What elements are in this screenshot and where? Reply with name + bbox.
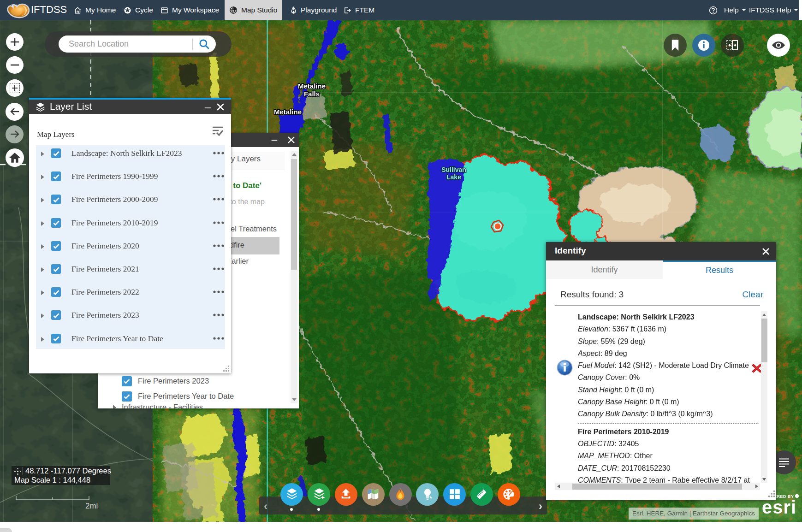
svg-text:Metaline: Metaline <box>298 82 326 90</box>
svg-text:Lake: Lake <box>446 173 461 181</box>
svg-text:2mi: 2mi <box>85 502 98 510</box>
svg-text:Sullivan: Sullivan <box>441 166 466 173</box>
svg-text:Metaline: Metaline <box>274 108 302 116</box>
svg-text:Falls: Falls <box>304 90 320 98</box>
